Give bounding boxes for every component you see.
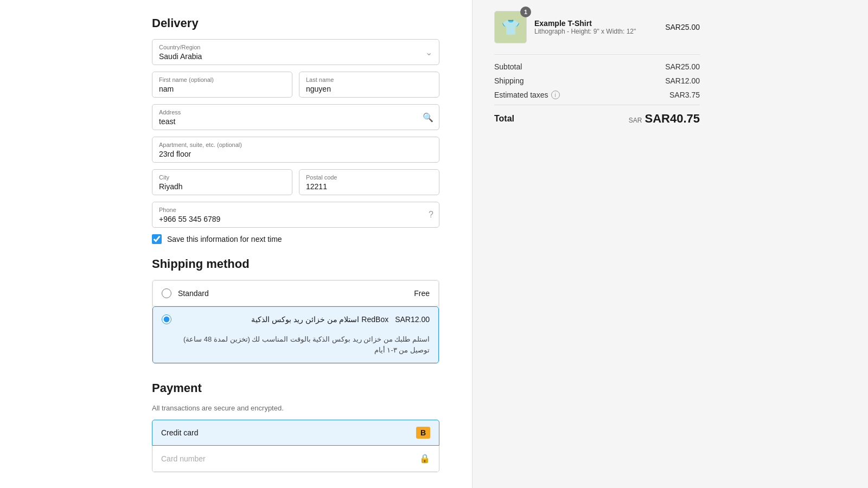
total-label: Total	[494, 114, 514, 124]
address-field: Address 🔍	[152, 104, 439, 130]
taxes-label-wrapper: Estimated taxes i	[494, 91, 560, 99]
shipping-title: Shipping method	[152, 257, 439, 271]
shipping-option-redbox[interactable]: RedBox استلام من خزائن ريد بوكس الذكية S…	[152, 306, 439, 363]
credit-card-label: Credit card	[161, 428, 198, 437]
city-input[interactable]	[159, 182, 285, 191]
total-currency: SAR	[629, 117, 642, 124]
shipping-label-standard: Standard	[178, 289, 407, 298]
first-name-label: First name (optional)	[159, 76, 285, 83]
shipping-cost-label: Shipping	[494, 76, 524, 85]
order-item-price: SAR25.00	[665, 23, 700, 31]
phone-label: Phone	[159, 207, 432, 213]
apt-input[interactable]	[159, 150, 432, 158]
shipping-radio-standard[interactable]	[162, 288, 171, 298]
taxes-line: Estimated taxes i SAR3.75	[494, 91, 700, 99]
payment-subtitle: All transactions are secure and encrypte…	[152, 404, 439, 412]
save-info-row: Save this information for next time	[152, 234, 439, 244]
shipping-cost-value: SAR12.00	[665, 76, 700, 85]
order-item-name: Example T-Shirt	[534, 19, 658, 28]
order-item-image-wrapper: 👕 1	[494, 11, 527, 43]
order-item-details: Example T-Shirt Lithograph - Height: 9" …	[534, 19, 658, 35]
delivery-title: Delivery	[152, 16, 439, 30]
address-label: Address	[159, 109, 432, 115]
apt-field: Apartment, suite, etc. (optional)	[152, 137, 439, 163]
search-icon: 🔍	[423, 112, 433, 123]
country-region-select[interactable]: Saudi Arabia	[159, 52, 432, 61]
country-region-field[interactable]: Country/Region Saudi Arabia ⌄	[152, 39, 439, 65]
tshirt-icon: 👕	[501, 18, 520, 36]
shipping-options-container: Standard Free RedBox استلام من خزائن ريد…	[152, 280, 439, 364]
shipping-label-redbox: RedBox استلام من خزائن ريد بوكس الذكية	[178, 315, 388, 324]
taxes-value: SAR3.75	[669, 91, 700, 99]
payment-title: Payment	[152, 381, 439, 395]
lock-icon: 🔒	[419, 453, 430, 464]
city-field: City	[152, 169, 292, 195]
payment-method-container: Credit card B Card number 🔒	[152, 420, 439, 472]
shipping-line: Shipping SAR12.00	[494, 76, 700, 85]
order-item-sub: Lithograph - Height: 9" x Width: 12"	[534, 28, 658, 35]
card-number-row: Card number 🔒	[152, 446, 439, 472]
save-info-label[interactable]: Save this information for next time	[167, 235, 282, 243]
last-name-input[interactable]	[306, 85, 432, 93]
payment-section: Payment All transactions are secure and …	[152, 381, 439, 472]
card-number-placeholder: Card number	[161, 454, 419, 463]
last-name-field: Last name	[299, 72, 439, 98]
taxes-label: Estimated taxes	[494, 91, 548, 99]
help-icon: ?	[429, 210, 433, 220]
postal-label: Postal code	[306, 174, 432, 181]
payment-card-header[interactable]: Credit card B	[152, 420, 439, 446]
order-summary-sidebar: 👕 1 Example T-Shirt Lithograph - Height:…	[472, 0, 722, 488]
divider	[494, 54, 700, 55]
save-info-checkbox[interactable]	[152, 234, 162, 244]
postal-field: Postal code	[299, 169, 439, 195]
taxes-info-icon[interactable]: i	[551, 91, 560, 99]
shipping-redbox-description: استلم طلبك من خزائن ريد بوكس الذكية بالو…	[153, 332, 438, 363]
shipping-price-redbox: SAR12.00	[395, 315, 430, 324]
apt-label: Apartment, suite, etc. (optional)	[159, 142, 432, 148]
postal-input[interactable]	[306, 182, 432, 191]
phone-field: Phone ?	[152, 202, 439, 228]
address-input[interactable]	[159, 117, 432, 126]
item-quantity-badge: 1	[520, 7, 531, 17]
order-item: 👕 1 Example T-Shirt Lithograph - Height:…	[494, 11, 700, 43]
total-line: Total SAR SAR40.75	[494, 105, 700, 126]
subtotal-label: Subtotal	[494, 62, 522, 71]
shipping-price-standard: Free	[414, 289, 430, 298]
braintree-badge: B	[416, 427, 430, 439]
shipping-option-standard[interactable]: Standard Free	[152, 280, 439, 306]
country-region-label: Country/Region	[159, 44, 432, 50]
subtotal-line: Subtotal SAR25.00	[494, 62, 700, 71]
subtotal-value: SAR25.00	[665, 62, 700, 71]
first-name-field: First name (optional)	[152, 72, 292, 98]
payment-card-body: Card number 🔒	[152, 446, 439, 472]
shipping-radio-redbox[interactable]	[162, 314, 171, 324]
first-name-input[interactable]	[159, 85, 285, 93]
city-label: City	[159, 174, 285, 181]
shipping-redbox-top: RedBox استلام من خزائن ريد بوكس الذكية S…	[153, 307, 438, 332]
last-name-label: Last name	[306, 76, 432, 83]
total-value-wrapper: SAR SAR40.75	[629, 112, 700, 126]
phone-input[interactable]	[159, 215, 432, 223]
total-value: SAR40.75	[644, 112, 700, 126]
